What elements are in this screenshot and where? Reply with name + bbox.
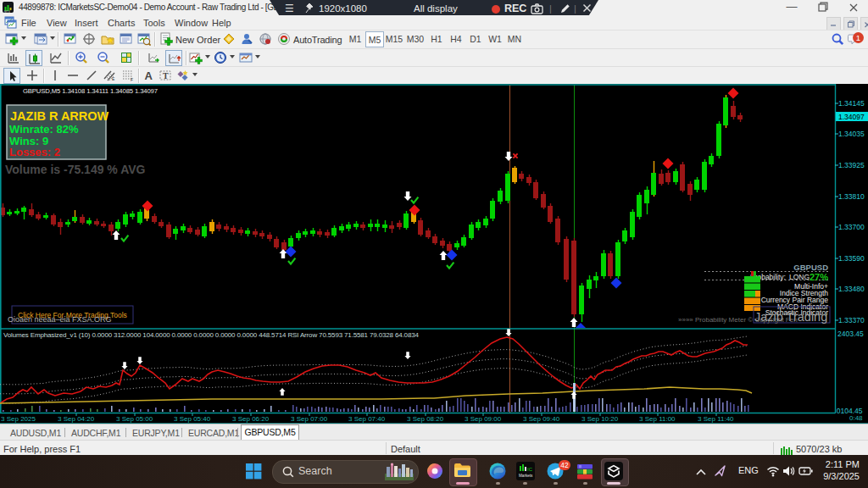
svg-text:3 Sep 11:40: 3 Sep 11:40 <box>698 415 734 423</box>
svg-text:3 Sep 06:20: 3 Sep 06:20 <box>232 415 270 423</box>
svg-text:1.34035: 1.34035 <box>838 130 865 138</box>
svg-text:3 Sep 2025: 3 Sep 2025 <box>1 415 36 423</box>
svg-text:3 Sep 04:20: 3 Sep 04:20 <box>58 415 95 423</box>
svg-text:3 Sep 05:40: 3 Sep 05:40 <box>174 415 211 423</box>
svg-text:3 Sep 09:40: 3 Sep 09:40 <box>523 415 560 423</box>
svg-text:3 Sep 07:40: 3 Sep 07:40 <box>348 415 386 423</box>
svg-text:GBPUSD: GBPUSD <box>793 263 828 272</box>
svg-text:A: A <box>145 69 153 82</box>
svg-text:1.33810: 1.33810 <box>838 192 865 201</box>
svg-text:Markets: Markets <box>519 474 533 478</box>
svg-text:3 Sep 07:00: 3 Sep 07:00 <box>291 415 328 423</box>
svg-text:1.33590: 1.33590 <box>838 254 865 263</box>
svg-text:T: T <box>163 71 169 80</box>
svg-text:Volumes Emphasized_v1 (10): Volumes Emphasized_v1 (10) 0.0000 312.00… <box>3 331 419 339</box>
svg-text:JAZIB R ARROW: JAZIB R ARROW <box>10 109 109 123</box>
svg-text:F: F <box>131 77 133 82</box>
svg-text:LONG: LONG <box>789 273 810 281</box>
svg-text:1.33480: 1.33480 <box>838 285 865 293</box>
svg-text:3 Sep 11:00: 3 Sep 11:00 <box>639 415 676 423</box>
svg-text:3 Sep 05:00: 3 Sep 05:00 <box>116 415 153 423</box>
svg-text:E: E <box>112 76 115 81</box>
svg-text:27%: 27% <box>810 272 828 282</box>
svg-text:1.34097: 1.34097 <box>838 113 865 121</box>
svg-text:Winrate: 82%: Winrate: 82% <box>9 123 79 136</box>
svg-text:1.33925: 1.33925 <box>838 161 865 169</box>
svg-text:MT4: MT4 <box>4 10 10 14</box>
svg-text:1.34145: 1.34145 <box>838 99 865 108</box>
svg-text:3 Sep 10:20: 3 Sep 10:20 <box>581 415 619 423</box>
svg-text:1.33700: 1.33700 <box>838 223 865 231</box>
svg-text:IC: IC <box>527 467 533 472</box>
svg-text:Volume is -75.149 % AVG: Volume is -75.149 % AVG <box>5 163 146 176</box>
svg-text:2403.45: 2403.45 <box>837 330 864 338</box>
svg-text:Losses: 2: Losses: 2 <box>9 146 60 158</box>
svg-text:GBPUSD,M5 1.34108 1.34111 1.3: GBPUSD,M5 1.34108 1.34111 1.34085 1.3409… <box>23 87 158 95</box>
svg-text:Jazib Trading: Jazib Trading <box>754 310 827 324</box>
svg-text:1.33370: 1.33370 <box>838 316 865 324</box>
svg-text:3 Sep 08:20: 3 Sep 08:20 <box>407 415 444 423</box>
svg-text:3 Sep 09:00: 3 Sep 09:00 <box>465 415 502 423</box>
svg-text:Оіоаеn пееаа–еіа FXSA.ORG: Оіоаеn пееаа–еіа FXSA.ORG <box>8 315 111 324</box>
svg-text:0:48: 0:48 <box>849 414 863 422</box>
